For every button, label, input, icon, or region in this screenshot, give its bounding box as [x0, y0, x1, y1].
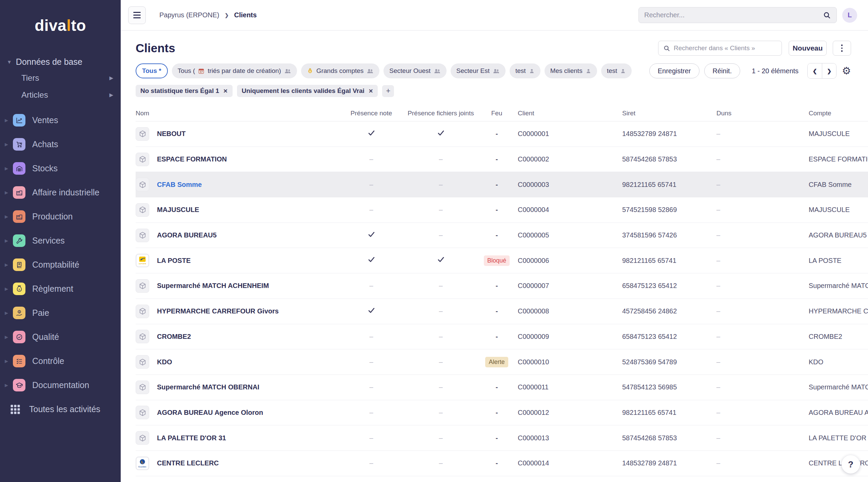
hamburger-menu-button[interactable] [128, 6, 146, 24]
column-header-client[interactable]: Client [509, 110, 614, 117]
client-name-link[interactable]: CROMBE2 [157, 333, 191, 341]
sidebar-item-ventes[interactable]: ▶Ventes [0, 108, 121, 132]
chevron-right-icon: ▶ [5, 359, 13, 364]
close-icon[interactable]: ✕ [223, 88, 228, 94]
table-row[interactable]: LA PALETTE D'OR 31––-C0000013587454268 5… [136, 425, 868, 451]
sidebar-item-production[interactable]: ▶Production [0, 205, 121, 229]
sidebar-item-donnees-de-base[interactable]: ▼ Données de base [0, 57, 121, 67]
empty-dash: – [439, 434, 442, 442]
column-header-feu[interactable]: Feu [491, 110, 502, 117]
table-row[interactable]: Supermarché MATCH OBERNAI––-C00000115478… [136, 375, 868, 400]
client-name-link[interactable]: AGORA BUREAU Agence Oloron [157, 409, 263, 417]
filter-chip-test-2[interactable]: test [601, 63, 632, 78]
table-row[interactable]: KDO––AlerteC0000010524875369 54789–KDO [136, 349, 868, 375]
global-search-input[interactable]: Rechercher... [638, 7, 837, 23]
client-name-link[interactable]: MAJUSCULE [157, 206, 199, 214]
table-row[interactable]: NEBOUT-C0000001148532789 24871–MAJUSCULE [136, 121, 868, 147]
chevron-right-icon: ▶ [5, 118, 13, 123]
sidebar-item-comptabilit-[interactable]: ▶Comptabilité [0, 253, 121, 277]
table-row[interactable]: HYPERMARCHE CARREFOUR Givors–-C000000845… [136, 299, 868, 324]
filter-chip-secteur-ouest[interactable]: Secteur Ouest [383, 63, 446, 78]
filter-chip-mes-clients[interactable]: Mes clients [545, 63, 597, 78]
next-page-button[interactable]: ❯ [822, 63, 836, 78]
chevron-right-icon: ▶ [5, 166, 13, 171]
table-row[interactable]: Supermarché MATCH ACHENHEIM––-C000000765… [136, 273, 868, 299]
group-icon [493, 68, 500, 74]
help-button[interactable]: ? [842, 455, 860, 474]
add-criteria-button[interactable]: + [382, 85, 394, 97]
table-row[interactable]: AGORA BUREAU Agence Oloron––-C0000012982… [136, 400, 868, 426]
client-name-link[interactable]: ESPACE FORMATION [157, 155, 227, 163]
sidebar-item-services[interactable]: ▶Services [0, 229, 121, 253]
grid-icon [10, 404, 20, 414]
logo-text: diva [35, 17, 66, 34]
table-row[interactable]: AGORA BUREAU5–-C0000005374581596 57426–A… [136, 223, 868, 248]
filter-chip-grands-comptes[interactable]: $Grands comptes [301, 63, 379, 78]
sidebar-item-toutes-les-activites[interactable]: Toutes les activités [0, 397, 121, 421]
filter-chip-tous-selected[interactable]: Tous * [136, 63, 168, 78]
reset-filter-button[interactable]: Réinit. [704, 63, 741, 78]
client-name-link[interactable]: NEBOUT [157, 130, 185, 138]
sidebar-item-stocks[interactable]: ▶Stocks [0, 156, 121, 180]
close-icon[interactable]: ✕ [369, 88, 373, 94]
client-name-link[interactable]: KDO [157, 358, 172, 366]
column-header-duns[interactable]: Duns [715, 110, 807, 117]
svg-text:E.Leclerc: E.Leclerc [139, 466, 146, 468]
sidebar-module-label: Contrôle [32, 356, 64, 366]
table-row[interactable]: CROMBE2––-C0000009658475123 65412–CROMBE… [136, 324, 868, 350]
client-code: C0000011 [509, 383, 614, 391]
client-compte: KDO [807, 358, 868, 366]
sidebar-item-paie[interactable]: ▶$Paie [0, 301, 121, 325]
prev-page-button[interactable]: ❮ [808, 63, 822, 78]
cube-icon [136, 127, 149, 141]
more-actions-button[interactable] [833, 41, 851, 56]
client-name-link[interactable]: HYPERMARCHE CARREFOUR Givors [157, 307, 279, 315]
page-title: Clients [136, 41, 175, 55]
sidebar-item-r-glement[interactable]: ▶$Règlement [0, 277, 121, 301]
table-row[interactable]: MAJUSCULE––-C0000004574521598 52869–MAJU… [136, 197, 868, 223]
client-siret: 587454268 57853 [614, 155, 715, 163]
new-button[interactable]: Nouveau [789, 41, 827, 56]
breadcrumb-app[interactable]: Papyrus (ERPONE) [159, 11, 219, 19]
sidebar-item-achats[interactable]: ▶Achats [0, 132, 121, 156]
client-name-link[interactable]: CENTRE LECLERC [157, 459, 219, 467]
column-header-siret[interactable]: Siret [614, 110, 715, 117]
gear-icon[interactable]: ⚙ [842, 66, 851, 76]
sidebar-footer-label: Toutes les activités [29, 404, 100, 414]
filter-chip-test-1[interactable]: test [510, 63, 540, 78]
sidebar-item-affaire-industrielle[interactable]: ▶Affaire industrielle [0, 180, 121, 205]
table-row[interactable]: LE.LeclercCENTRE LECLERC––-C000001414853… [136, 451, 868, 476]
client-name-link[interactable]: Supermarché MATCH ACHENHEIM [157, 282, 269, 290]
sidebar-item-qualit-[interactable]: ▶Qualité [0, 325, 121, 349]
client-compte: LA POSTE [807, 257, 868, 265]
avatar[interactable]: L [842, 8, 857, 23]
client-name-link[interactable]: Supermarché MATCH OBERNAI [157, 383, 259, 391]
client-siret: 547854123 56985 [614, 383, 715, 391]
client-name-link[interactable]: LA POSTE [157, 257, 191, 265]
client-name-link[interactable]: AGORA BUREAU5 [157, 231, 217, 239]
sidebar-item-contr-le[interactable]: ▶Contrôle [0, 349, 121, 373]
table-row[interactable]: CFAB Somme––-C0000003982121165 65741–CFA… [136, 172, 868, 197]
sidebar-item-articles[interactable]: Articles▶ [0, 86, 121, 103]
filter-chip-secteur-est[interactable]: Secteur Est [451, 63, 506, 78]
column-header-nom[interactable]: Nom [136, 110, 346, 117]
client-name-link[interactable]: CFAB Somme [157, 181, 202, 189]
sidebar-item-documentation[interactable]: ▶Documentation [0, 373, 121, 397]
list-search-input[interactable]: Rechercher dans « Clients » [658, 41, 782, 56]
table-row[interactable]: ESPACE FORMATION––-C0000002587454268 578… [136, 147, 868, 172]
save-filter-button[interactable]: Enregistrer [649, 63, 699, 78]
sidebar-module-label: Documentation [32, 380, 89, 390]
client-code: C0000010 [509, 358, 614, 366]
chevron-right-icon: ❯ [225, 13, 229, 18]
sidebar-item-tiers[interactable]: Tiers▶ [0, 70, 121, 86]
column-header-compte[interactable]: Compte [807, 110, 868, 117]
filter-chip-tous-tries[interactable]: Tous (17triés par date de création) [172, 63, 297, 78]
cube-icon [136, 355, 149, 369]
sidebar-module-label: Règlement [32, 284, 73, 294]
client-name-link[interactable]: LA PALETTE D'OR 31 [157, 434, 226, 442]
column-header-pr-sence-note[interactable]: Présence note [351, 110, 392, 117]
table-row[interactable]: LA POSTELA POSTEBloquéC0000006982121165 … [136, 248, 868, 273]
column-header-pr-sence-fichiers-joints[interactable]: Présence fichiers joints [408, 110, 474, 117]
client-compte: ESPACE FORMATION [807, 155, 868, 163]
client-compte: HYPERMARCHE CARREFOUR Givors [807, 307, 868, 315]
